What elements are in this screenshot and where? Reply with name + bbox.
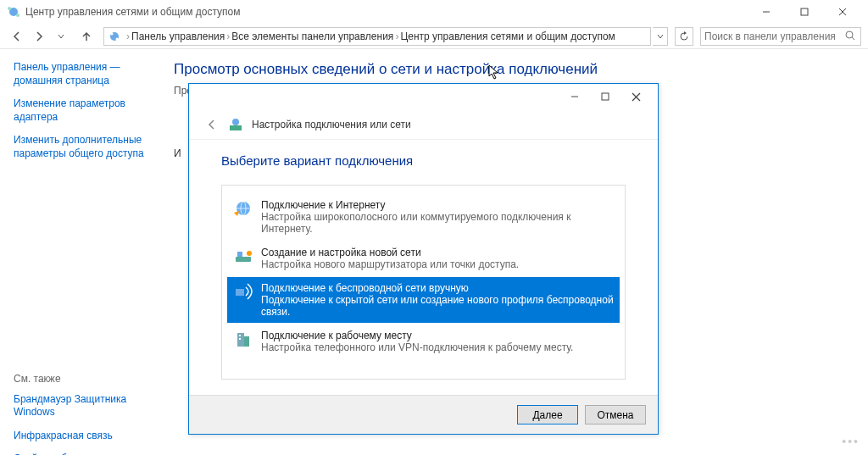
dialog-maximize-button[interactable]: [590, 86, 620, 107]
option-title: Создание и настройка новой сети: [261, 247, 519, 258]
dialog-close-button[interactable]: [620, 86, 651, 107]
option-title: Подключение к рабочему месту: [261, 330, 573, 341]
history-dropdown[interactable]: [51, 26, 71, 47]
svg-point-2: [16, 14, 19, 17]
maximize-button[interactable]: [785, 0, 823, 24]
toolbar: › Панель управления › Все элементы панел…: [0, 24, 868, 49]
option-desc: Настройка широкополосного или коммутируе…: [261, 211, 615, 235]
svg-point-17: [232, 119, 239, 125]
network-wizard-icon: [228, 117, 243, 132]
window-title: Центр управления сетями и общим доступом: [25, 6, 747, 18]
search-icon: [844, 30, 857, 43]
breadcrumb-dropdown[interactable]: [653, 27, 668, 46]
option-desc: Настройка нового маршрутизатора или точк…: [261, 258, 519, 270]
svg-rect-4: [801, 8, 808, 15]
page-heading: Просмотр основных сведений о сети и наст…: [174, 61, 860, 78]
minimize-button[interactable]: [747, 0, 785, 24]
router-icon: [232, 247, 256, 267]
chevron-right-icon: ›: [126, 31, 130, 42]
globe-icon: [232, 199, 256, 219]
svg-point-9: [116, 37, 119, 40]
svg-rect-27: [239, 335, 241, 336]
wireless-icon: [232, 282, 256, 302]
dialog-heading: Выберите вариант подключения: [221, 153, 626, 168]
next-button[interactable]: Далее: [517, 405, 578, 424]
resize-grip-icon: •••: [842, 435, 860, 448]
option-manual-wireless[interactable]: Подключение к беспроводной сети вручнуюП…: [227, 277, 620, 323]
sidebar: Панель управления — домашняя страница Из…: [0, 49, 165, 455]
title-bar: Центр управления сетями и общим доступом: [0, 0, 868, 24]
option-title: Подключение к беспроводной сети вручную: [261, 282, 615, 294]
search-box[interactable]: [700, 27, 861, 46]
dialog-minimize-button[interactable]: [559, 86, 590, 107]
svg-point-10: [846, 31, 853, 38]
dialog-header-text: Настройка подключения или сети: [252, 119, 411, 130]
svg-rect-28: [239, 338, 241, 340]
dialog-footer: Далее Отмена: [189, 395, 658, 434]
mouse-cursor-icon: [488, 64, 500, 80]
option-desc: Подключение к скрытой сети или создание …: [261, 294, 615, 318]
option-desc: Настройка телефонного или VPN-подключени…: [261, 341, 573, 353]
cancel-button[interactable]: Отмена: [585, 405, 646, 424]
option-title: Подключение к Интернету: [261, 199, 615, 211]
forward-button[interactable]: [29, 26, 49, 47]
dialog-titlebar: [189, 84, 658, 109]
svg-rect-16: [230, 125, 242, 130]
svg-rect-21: [236, 257, 251, 262]
see-also-heading: См. также: [14, 373, 152, 385]
sidebar-link-home[interactable]: Панель управления — домашняя страница: [14, 61, 152, 87]
svg-line-11: [852, 37, 854, 40]
dialog-body: Выберите вариант подключения Подключение…: [189, 140, 658, 388]
refresh-button[interactable]: [675, 27, 693, 46]
option-workplace[interactable]: Подключение к рабочему местуНастройка те…: [227, 325, 620, 358]
search-input[interactable]: [704, 31, 844, 42]
up-button[interactable]: [76, 26, 97, 47]
breadcrumb-root[interactable]: Панель управления: [131, 31, 225, 42]
breadcrumb-level1[interactable]: Все элементы панели управления: [231, 31, 393, 42]
svg-point-1: [8, 7, 11, 10]
sidebar-link-sharing[interactable]: Изменить дополнительные параметры общего…: [14, 134, 152, 160]
svg-point-8: [111, 32, 114, 35]
svg-rect-13: [602, 93, 609, 100]
svg-rect-24: [236, 289, 244, 296]
building-icon: [232, 330, 256, 350]
sidebar-link-adapter[interactable]: Изменение параметров адаптера: [14, 97, 152, 124]
breadcrumb-level2[interactable]: Центр управления сетями и общим доступом: [400, 31, 615, 42]
breadcrumb[interactable]: › Панель управления › Все элементы панел…: [103, 27, 651, 46]
wizard-dialog: Настройка подключения или сети Выберите …: [188, 83, 659, 435]
control-panel-icon: [108, 30, 121, 43]
option-list: Подключение к ИнтернетуНастройка широкоп…: [221, 185, 626, 380]
option-new-network[interactable]: Создание и настройка новой сетиНастройка…: [227, 241, 620, 275]
chevron-right-icon: ›: [226, 31, 230, 42]
dialog-back-button[interactable]: [204, 117, 220, 132]
option-internet[interactable]: Подключение к ИнтернетуНастройка широкоп…: [227, 194, 620, 240]
app-icon: [7, 5, 20, 19]
dialog-header: Настройка подключения или сети: [189, 109, 658, 140]
see-also-firewall[interactable]: Брандмауэр Защитника Windows: [14, 393, 152, 419]
close-button[interactable]: [823, 0, 861, 24]
see-also-infrared[interactable]: Инфракрасная связь: [14, 430, 152, 443]
svg-rect-26: [244, 336, 249, 347]
svg-point-23: [247, 251, 252, 256]
svg-rect-22: [237, 252, 242, 257]
back-button[interactable]: [7, 26, 27, 47]
chevron-right-icon: ›: [395, 31, 398, 42]
